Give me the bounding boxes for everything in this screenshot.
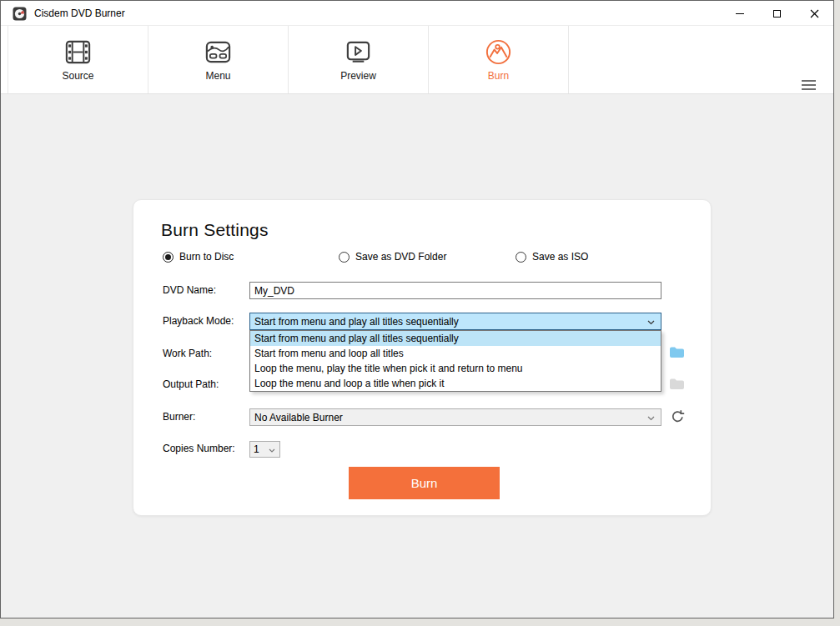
minimize-icon: [736, 13, 744, 14]
burn-settings-panel: Burn Settings Burn to Disc Save as DVD F…: [133, 199, 712, 516]
dropdown-option-3[interactable]: Loop the menu, play the title when pick …: [250, 361, 661, 376]
preview-icon: [344, 38, 373, 67]
toolbar-tabs: Source Menu Preview: [8, 26, 569, 93]
app-icon: [13, 7, 27, 21]
maximize-button[interactable]: [758, 1, 796, 26]
copies-number-combobox[interactable]: 1: [249, 441, 280, 458]
dvd-name-label: DVD Name:: [163, 283, 216, 297]
minimize-button[interactable]: [721, 1, 758, 26]
radio-circle: [516, 252, 526, 263]
menu-icon: [204, 38, 233, 67]
hamburger-icon: [802, 80, 816, 82]
work-path-browse-button[interactable]: [669, 346, 685, 358]
chevron-down-icon: [269, 448, 275, 453]
tab-preview-label: Preview: [340, 70, 376, 82]
close-button[interactable]: [796, 1, 833, 26]
output-path-label: Output Path:: [163, 378, 219, 391]
radio-circle: [339, 252, 350, 263]
output-path-browse-button[interactable]: [669, 378, 685, 390]
copies-number-label: Copies Number:: [163, 442, 235, 455]
radio-circle: [163, 252, 174, 263]
burn-button[interactable]: Burn: [349, 467, 500, 499]
output-folder-icon: [669, 378, 685, 390]
tab-source-label: Source: [62, 70, 93, 82]
source-icon: [63, 38, 93, 67]
hamburger-menu-button[interactable]: [802, 78, 816, 92]
dvd-name-input[interactable]: [249, 282, 661, 299]
tab-menu[interactable]: Menu: [148, 26, 289, 93]
radio-save-as-iso[interactable]: Save as ISO: [516, 250, 588, 263]
work-folder-icon: [669, 346, 685, 358]
work-path-label: Work Path:: [163, 347, 212, 360]
maximize-icon: [773, 10, 781, 18]
close-icon: [810, 9, 819, 18]
panel-title: Burn Settings: [161, 220, 269, 240]
refresh-burners-button[interactable]: [670, 409, 685, 424]
dropdown-option-4[interactable]: Loop the menu and loop a title when pick…: [250, 376, 661, 391]
playback-mode-label: Playback Mode:: [163, 314, 234, 328]
tab-burn-label: Burn: [488, 70, 509, 82]
radio-save-as-dvd-folder[interactable]: Save as DVD Folder: [339, 250, 446, 263]
radio-burn-to-disc[interactable]: Burn to Disc: [163, 250, 234, 263]
dropdown-option-2[interactable]: Start from menu and loop all titles: [250, 346, 661, 361]
tab-menu-label: Menu: [205, 70, 230, 82]
burner-label: Burner:: [163, 410, 195, 423]
chevron-down-icon: [647, 320, 655, 325]
burner-value: No Available Burner: [254, 412, 343, 423]
tab-burn[interactable]: Burn: [429, 26, 569, 93]
refresh-icon: [671, 409, 685, 423]
burn-icon: [484, 38, 513, 67]
burner-combobox[interactable]: No Available Burner: [249, 408, 661, 426]
window-controls: [721, 1, 833, 26]
tab-preview[interactable]: Preview: [289, 26, 429, 93]
toolbar: Source Menu Preview: [1, 26, 833, 94]
playback-mode-combobox[interactable]: Start from menu and play all titles sequ…: [249, 313, 661, 330]
chevron-down-icon: [647, 416, 655, 421]
window-title: Cisdem DVD Burner: [34, 1, 125, 26]
playback-mode-value: Start from menu and play all titles sequ…: [254, 316, 459, 328]
disc-target-options: Burn to Disc Save as DVD Folder Save as …: [133, 250, 711, 263]
app-window: Cisdem DVD Burner: [0, 0, 834, 618]
playback-mode-dropdown-list: Start from menu and play all titles sequ…: [249, 330, 661, 392]
tab-source[interactable]: Source: [8, 26, 148, 93]
main-content: Burn Settings Burn to Disc Save as DVD F…: [1, 94, 833, 618]
copies-number-value: 1: [254, 443, 259, 455]
dropdown-option-1[interactable]: Start from menu and play all titles sequ…: [250, 331, 661, 346]
titlebar: Cisdem DVD Burner: [1, 1, 833, 26]
